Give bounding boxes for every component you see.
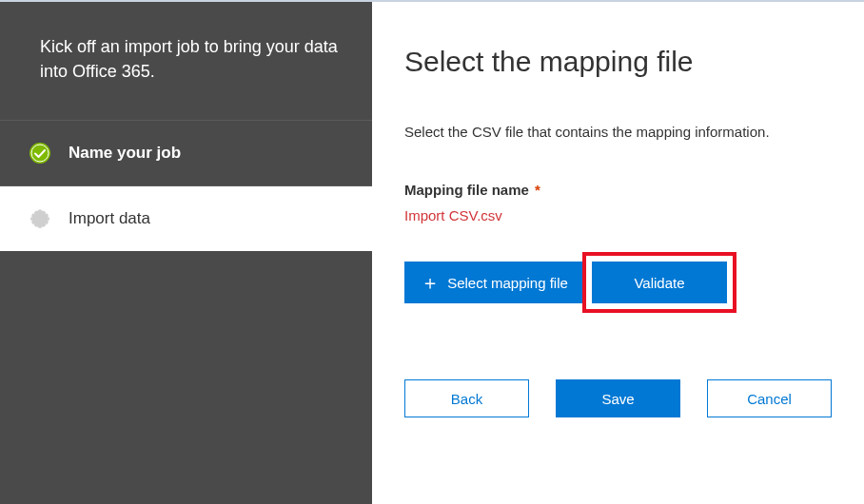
wizard-step-name-your-job[interactable]: Name your job	[0, 121, 372, 186]
check-circle-icon	[29, 142, 51, 165]
wizard-step-import-data[interactable]: Import data	[0, 186, 372, 251]
file-action-row: ＋ Select mapping file Validate	[404, 252, 832, 313]
wizard-step-label: Name your job	[69, 144, 181, 163]
pending-circle-icon	[29, 207, 51, 230]
back-button[interactable]: Back	[404, 379, 529, 417]
page-title: Select the mapping file	[404, 46, 832, 78]
plus-icon: ＋	[421, 273, 440, 292]
validate-highlight-box: Validate	[582, 252, 736, 313]
validate-button[interactable]: Validate	[592, 262, 727, 303]
select-mapping-file-button[interactable]: ＋ Select mapping file	[404, 262, 584, 303]
wizard-sidebar: Kick off an import job to bring your dat…	[0, 2, 372, 504]
main-panel: Select the mapping file Select the CSV f…	[372, 2, 864, 504]
select-file-label: Select mapping file	[447, 275, 568, 291]
selected-file-name: Import CSV.csv	[404, 207, 832, 223]
footer-button-row: Back Save Cancel	[404, 379, 832, 417]
required-indicator: *	[535, 182, 540, 198]
mapping-file-label: Mapping file name *	[404, 182, 832, 198]
page-description: Select the CSV file that contains the ma…	[404, 124, 832, 140]
sidebar-filler	[0, 251, 372, 504]
cancel-button[interactable]: Cancel	[707, 379, 832, 417]
svg-point-0	[29, 143, 50, 164]
save-button[interactable]: Save	[556, 379, 680, 417]
field-label-text: Mapping file name	[404, 182, 529, 198]
wizard-intro-text: Kick off an import job to bring your dat…	[0, 2, 372, 121]
wizard-step-label: Import data	[69, 209, 150, 228]
